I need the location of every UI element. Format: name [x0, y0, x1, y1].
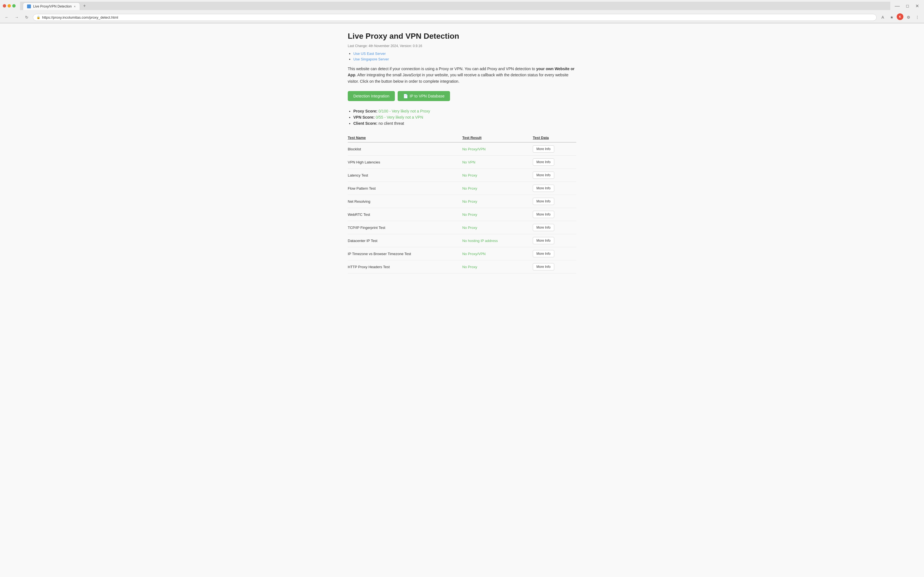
- test-name-cell: HTTP Proxy Headers Test: [348, 260, 459, 274]
- forward-button[interactable]: →: [13, 13, 21, 21]
- new-tab-button[interactable]: +: [81, 2, 89, 10]
- profile-letter: K: [899, 15, 901, 18]
- test-data-cell: More Info: [530, 169, 576, 182]
- browser-action-buttons: A ★ K ⚙ ⋮: [879, 13, 921, 21]
- test-result-cell: No Proxy/VPN: [459, 247, 530, 260]
- client-score-label: Client Score:: [353, 121, 377, 126]
- reader-view-button[interactable]: A: [879, 13, 887, 21]
- col-test-result: Test Result: [459, 134, 530, 142]
- lock-icon: 🔒: [37, 16, 40, 19]
- test-name-cell: Flow Pattern Test: [348, 182, 459, 195]
- description-part2: . After integrating the small JavaScript…: [348, 73, 569, 83]
- test-result-value: No Proxy/VPN: [462, 252, 486, 256]
- database-icon: 📄: [403, 94, 408, 98]
- star-button[interactable]: ★: [888, 13, 896, 21]
- table-row: VPN High LatenciesNo VPNMore Info: [348, 156, 576, 169]
- browser-tab-active[interactable]: Live Proxy/VPN Detection ×: [23, 3, 80, 10]
- more-info-button[interactable]: More Info: [533, 172, 554, 179]
- table-body: BlocklistNo Proxy/VPNMore InfoVPN High L…: [348, 142, 576, 274]
- minimize-icon[interactable]: —: [893, 2, 902, 10]
- window-controls: [3, 4, 16, 8]
- page-title: Live Proxy and VPN Detection: [348, 32, 576, 41]
- more-info-button[interactable]: More Info: [533, 237, 554, 244]
- extensions-button[interactable]: ⚙: [905, 13, 912, 21]
- test-name-cell: Latency Test: [348, 169, 459, 182]
- table-row: IP Timezone vs Browser Timezone TestNo P…: [348, 247, 576, 260]
- browser-titlebar: Live Proxy/VPN Detection × + — ◻ ✕: [0, 0, 924, 12]
- table-row: WebRTC TestNo ProxyMore Info: [348, 208, 576, 221]
- table-row: HTTP Proxy Headers TestNo ProxyMore Info: [348, 260, 576, 274]
- proxy-score-item: Proxy Score: 0/100 - Very likely not a P…: [353, 109, 576, 113]
- more-info-button[interactable]: More Info: [533, 250, 554, 257]
- reload-button[interactable]: ↻: [23, 13, 31, 21]
- test-result-value: No hosting IP address: [462, 239, 498, 243]
- client-score-value: no client threat: [378, 121, 404, 126]
- test-result-cell: No Proxy: [459, 208, 530, 221]
- test-data-cell: More Info: [530, 182, 576, 195]
- col-test-name: Test Name: [348, 134, 459, 142]
- more-info-button[interactable]: More Info: [533, 224, 554, 231]
- minimize-window-dot[interactable]: [8, 4, 11, 8]
- back-button[interactable]: ←: [3, 13, 11, 21]
- test-data-cell: More Info: [530, 156, 576, 169]
- test-name-cell: IP Timezone vs Browser Timezone Test: [348, 247, 459, 260]
- database-button-label: IP to VPN Database: [410, 94, 444, 98]
- test-result-value: No Proxy: [462, 199, 477, 203]
- window-action-buttons: — ◻ ✕: [893, 2, 921, 10]
- test-result-value: No Proxy: [462, 265, 477, 269]
- us-east-server-link[interactable]: Use US East Server: [353, 52, 386, 56]
- test-result-cell: No Proxy: [459, 182, 530, 195]
- server-link-item: Use Singapore Server: [353, 57, 576, 61]
- profile-icon[interactable]: K: [897, 13, 903, 20]
- menu-button[interactable]: ⋮: [913, 13, 921, 21]
- url-text: https://proxy.incolumitas.com/proxy_dete…: [42, 15, 118, 19]
- vpn-score-label: VPN Score:: [353, 115, 375, 119]
- more-info-button[interactable]: More Info: [533, 198, 554, 205]
- action-buttons-row: Detection Integration 📄 IP to VPN Databa…: [348, 91, 576, 101]
- test-result-value: No Proxy: [462, 186, 477, 190]
- more-info-button[interactable]: More Info: [533, 211, 554, 218]
- more-info-button[interactable]: More Info: [533, 185, 554, 192]
- proxy-score-value: 0/100 - Very likely not a Proxy: [378, 109, 430, 113]
- proxy-score-label: Proxy Score:: [353, 109, 377, 113]
- test-result-value: No Proxy: [462, 213, 477, 217]
- test-name-cell: WebRTC Test: [348, 208, 459, 221]
- table-row: Flow Pattern TestNo ProxyMore Info: [348, 182, 576, 195]
- table-row: Datacenter IP TestNo hosting IP addressM…: [348, 234, 576, 247]
- singapore-server-link[interactable]: Use Singapore Server: [353, 57, 389, 61]
- test-name-cell: VPN High Latencies: [348, 156, 459, 169]
- test-result-value: No Proxy/VPN: [462, 147, 486, 151]
- ip-to-vpn-database-button[interactable]: 📄 IP to VPN Database: [397, 91, 450, 101]
- table-row: BlocklistNo Proxy/VPNMore Info: [348, 142, 576, 156]
- test-data-cell: More Info: [530, 260, 576, 274]
- vpn-score-item: VPN Score: 0/55 - Very likely not a VPN: [353, 115, 576, 119]
- test-result-cell: No VPN: [459, 156, 530, 169]
- address-bar[interactable]: 🔒 https://proxy.incolumitas.com/proxy_de…: [33, 14, 877, 21]
- test-name-cell: Blocklist: [348, 142, 459, 156]
- tab-close-icon[interactable]: ×: [74, 5, 76, 8]
- tab-favicon-icon: [27, 5, 31, 8]
- maximize-window-dot[interactable]: [12, 4, 16, 8]
- test-result-cell: No hosting IP address: [459, 234, 530, 247]
- vpn-score-value: 0/55 - Very likely not a VPN: [376, 115, 423, 119]
- test-data-cell: More Info: [530, 221, 576, 234]
- test-data-cell: More Info: [530, 142, 576, 156]
- tab-bar: Live Proxy/VPN Detection × +: [20, 2, 890, 10]
- restore-icon[interactable]: ◻: [904, 3, 911, 9]
- last-change-text: Last Change: 4th November 2024, Version:…: [348, 44, 576, 48]
- test-data-cell: More Info: [530, 247, 576, 260]
- test-data-cell: More Info: [530, 208, 576, 221]
- close-window-dot[interactable]: [3, 4, 6, 8]
- test-data-cell: More Info: [530, 234, 576, 247]
- close-icon[interactable]: ✕: [913, 2, 921, 10]
- detection-integration-button[interactable]: Detection Integration: [348, 91, 395, 101]
- more-info-button[interactable]: More Info: [533, 263, 554, 271]
- description-text: This website can detect if your connecti…: [348, 66, 576, 84]
- more-info-button[interactable]: More Info: [533, 158, 554, 166]
- more-info-button[interactable]: More Info: [533, 145, 554, 153]
- test-result-cell: No Proxy: [459, 195, 530, 208]
- client-score-item: Client Score: no client threat: [353, 121, 576, 126]
- test-data-cell: More Info: [530, 195, 576, 208]
- col-test-data: Test Data: [530, 134, 576, 142]
- table-row: Latency TestNo ProxyMore Info: [348, 169, 576, 182]
